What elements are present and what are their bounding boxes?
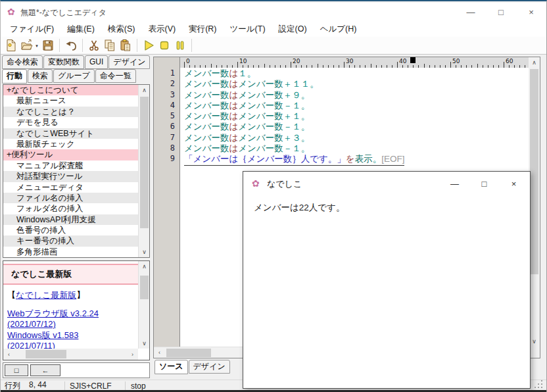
undo-button[interactable] [63,37,79,53]
action-item[interactable]: メニューエディタ [3,182,138,193]
line-number: 6 [154,121,180,132]
code-line[interactable]: メンバー数は１。 [180,68,529,78]
code-line[interactable]: メンバー数はメンバー数＋１。 [180,110,529,121]
code-line[interactable]: メンバー数はメンバー数＋３。 [180,132,529,143]
scrollbar-thumb[interactable] [530,69,538,274]
menu-item[interactable]: ツール(T) [224,21,272,37]
popup-maximize-button[interactable]: □ [469,172,499,195]
stop-page-button[interactable]: □ [5,364,28,376]
code-line[interactable]: メンバー数はメンバー数－１。 [180,121,529,132]
code-line[interactable]: メンバー数はメンバー数＋９。 [180,89,529,100]
menu-item[interactable]: 実行(R) [182,21,223,37]
popup-minimize-button[interactable]: — [440,172,469,195]
editor-tab-デザイン[interactable]: デザイン [189,360,230,374]
code-line[interactable]: メンバー数はメンバー数－１。 [180,100,529,110]
scrollbar-thumb[interactable] [140,276,149,299]
copy-button[interactable] [102,37,118,53]
close-button[interactable]: × [516,3,546,21]
sidebar-tab-命令一覧[interactable]: 命令一覧 [95,69,136,83]
action-list-scrollbar[interactable]: ∧ ∨ [138,85,149,257]
scroll-up-icon[interactable]: ∧ [139,261,150,272]
news-link[interactable]: (2021/07/11) [7,341,55,349]
action-item[interactable]: なでしこWEBサイト [3,128,138,139]
menu-item[interactable]: 検索(S) [101,21,142,37]
copy-icon [103,39,116,52]
news-horizontal-scrollbar[interactable]: ‹ › [3,349,138,360]
action-section[interactable]: +便利ツール [3,149,138,160]
sidebar-tab-GUI[interactable]: GUI [85,55,108,69]
news-vertical-scrollbar[interactable]: ∧ ∨ [138,261,149,349]
line-number: 5 [154,110,180,121]
scrollbar-thumb[interactable] [166,349,211,357]
news-link[interactable]: なでしこ最新版 [16,290,76,300]
open-file-button[interactable] [19,37,35,53]
action-item[interactable]: 色番号の挿入 [3,225,138,235]
save-floppy-icon [41,39,55,52]
scroll-left-icon[interactable]: ‹ [3,349,14,360]
code-row: 1メンバー数は１。 [154,68,529,78]
run-button[interactable] [141,37,156,53]
sidebar-tab-変数関数[interactable]: 変数関数 [43,55,84,69]
sidebar-tab-命令検索[interactable]: 命令検索 [2,55,43,69]
editor-tab-ソース[interactable]: ソース [155,360,188,374]
code-line[interactable]: メンバー数はメンバー数＋１１。 [180,78,529,89]
sidebar-tab-デザイン[interactable]: デザイン [108,55,150,69]
scroll-up-icon[interactable]: ∧ [529,57,540,68]
action-item[interactable]: 多角形描画 [3,247,138,257]
back-button[interactable]: ← [30,364,60,376]
sidebar-tab-グループ[interactable]: グループ [53,69,95,83]
pause-button[interactable] [172,37,188,53]
action-listbox: +なでしこについて最新ニュースなでしことは？デモを見るなでしこWEBサイト最新版… [3,84,150,258]
scroll-up-icon[interactable]: ∧ [139,85,150,95]
action-item[interactable]: 対話型実行ツール [3,171,138,182]
action-item[interactable]: なでしことは？ [3,107,138,117]
nadeshiko-output-window[interactable]: ✿ なでしこ — □ × メンバーは22人です。 [243,171,531,389]
action-item[interactable]: マニュアル探査艦 [3,160,138,171]
action-item[interactable]: 最新ニュース [3,95,138,106]
action-item[interactable]: 最新版チェック [3,139,138,149]
menu-item[interactable]: ファイル(F) [3,21,60,37]
menu-item[interactable]: 表示(V) [141,21,182,37]
resize-grip[interactable] [535,380,542,388]
paste-button[interactable] [118,37,133,53]
menu-item[interactable]: 設定(O) [272,21,314,37]
scroll-down-icon[interactable]: ∨ [139,247,150,257]
nadeshiko-editor-window: ✿ 無題*-なでしこエディタ — □ × ファイル(F)編集(E)検索(S)表示… [0,0,547,392]
menu-item[interactable]: ヘルプ(H) [314,21,364,37]
maximize-button[interactable]: □ [486,3,516,21]
scroll-left-icon[interactable]: ‹ [154,347,165,358]
scrollbar-thumb[interactable] [140,97,149,228]
code-line[interactable]: 「メンバーは｛メンバー数｝人です。」を表示。[EOF] [180,153,529,164]
cut-button[interactable] [86,37,102,53]
open-dropdown-icon[interactable]: ▼ [35,44,39,48]
scrollbar-thumb[interactable] [26,350,66,358]
ruler-label: 0 [186,58,190,64]
popup-message: メンバーは22人です。 [243,195,530,220]
sidebar-tab-検索[interactable]: 検索 [28,69,53,83]
popup-close-button[interactable]: × [499,172,529,195]
menu-item[interactable]: 編集(E) [60,21,101,37]
code-line[interactable]: メンバー数はメンバー数－１。 [180,143,529,153]
news-link[interactable]: Webブラウザ版 v3.2.24 [7,308,99,318]
save-button[interactable] [40,37,56,53]
code-lines: 1メンバー数は１。2メンバー数はメンバー数＋１１。3メンバー数はメンバー数＋９。… [154,68,529,164]
sidebar-tab-行動[interactable]: 行動 [2,69,27,84]
news-link[interactable]: (2021/07/12) [7,319,56,329]
address-input[interactable] [62,364,148,376]
new-file-button[interactable] [3,37,19,53]
code-row: 7メンバー数はメンバー数＋３。 [154,132,529,143]
scroll-down-icon[interactable]: ∨ [139,338,150,349]
line-number: 1 [154,68,180,78]
news-link[interactable]: Windows版 v1.583 [7,330,78,340]
scissors-icon [87,39,101,52]
action-item[interactable]: ファイル名の挿入 [3,193,138,203]
line-number: 2 [154,78,180,89]
scroll-right-icon[interactable]: › [127,349,138,360]
stop-button[interactable] [156,37,172,53]
action-item[interactable]: フォルダ名の挿入 [3,203,138,214]
action-section[interactable]: +なでしこについて [3,85,138,95]
minimize-button[interactable]: — [456,3,486,21]
action-item[interactable]: デモを見る [3,117,138,128]
action-item[interactable]: キー番号の挿入 [3,235,138,246]
action-item[interactable]: WindowsAPI利用支援 [3,214,138,225]
